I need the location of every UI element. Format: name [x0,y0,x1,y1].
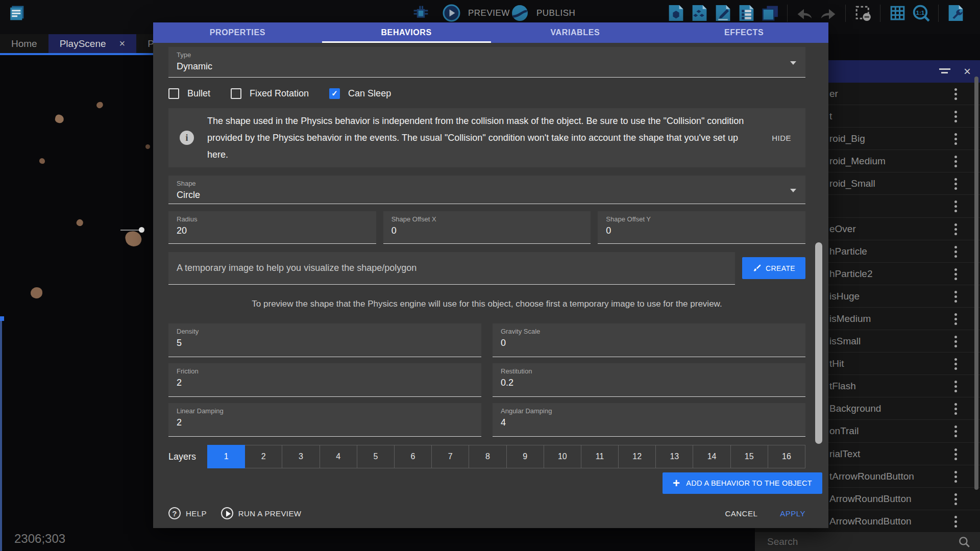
kebab-menu-icon[interactable] [954,156,958,169]
joint-handle[interactable] [139,227,144,233]
radius-field[interactable]: Radius 20 [168,211,376,244]
grid-icon[interactable] [888,4,907,22]
layer-cell-2[interactable]: 2 [245,445,282,468]
kebab-menu-icon[interactable] [954,111,958,124]
restitution-field[interactable]: Restitution 0.2 [493,363,805,397]
checkbox-checked-icon[interactable]: ✓ [329,88,340,99]
panel-scrollbar[interactable] [974,77,978,490]
redo-icon[interactable] [819,4,838,22]
layer-cell-1[interactable]: 1 [207,445,245,468]
kebab-menu-icon[interactable] [954,133,958,147]
layer-cell-16[interactable]: 16 [768,445,805,468]
asteroid-sprite[interactable] [54,114,64,124]
asteroid-sprite[interactable] [95,101,104,109]
fixed-rotation-checkbox[interactable]: Fixed Rotation [231,88,309,99]
hide-button[interactable]: HIDE [769,130,794,146]
checkbox-unchecked-icon[interactable] [231,88,241,99]
shape-select[interactable]: Shape Circle [168,176,805,204]
layer-cell-14[interactable]: 14 [693,445,730,468]
checkbox-unchecked-icon[interactable] [168,88,179,99]
kebab-menu-icon[interactable] [954,471,958,485]
gravity-scale-field[interactable]: Gravity Scale 0 [493,323,805,357]
run-preview-button[interactable]: RUN A PREVIEW [221,507,302,519]
cancel-button[interactable]: CANCEL [725,509,757,518]
density-field[interactable]: Density 5 [168,323,481,357]
kebab-menu-icon[interactable] [954,178,958,192]
asteroid-sprite[interactable] [39,158,45,164]
layer-cell-6[interactable]: 6 [395,445,432,468]
tab-behaviors[interactable]: BEHAVIORS [322,22,491,43]
selection-handle[interactable] [0,316,4,321]
kebab-menu-icon[interactable] [954,291,958,305]
tab-effects[interactable]: EFFECTS [659,22,828,43]
angular-damping-field[interactable]: Angular Damping 4 [493,403,805,437]
friction-field[interactable]: Friction 2 [168,363,481,397]
edit-scene-icon[interactable] [714,4,732,22]
kebab-menu-icon[interactable] [954,268,958,282]
edit-collision-mask-icon[interactable] [853,4,872,22]
layer-cell-9[interactable]: 9 [507,445,544,468]
add-behavior-label: ADD A BEHAVIOR TO THE OBJECT [686,479,812,487]
kebab-menu-icon[interactable] [954,425,958,439]
linear-damping-label: Linear Damping [177,407,473,415]
create-button[interactable]: CREATE [742,257,805,279]
shape-offset-y-field[interactable]: Shape Offset Y 0 [598,211,805,244]
asteroid-sprite[interactable] [76,218,85,228]
tab-variables[interactable]: VARIABLES [491,22,660,43]
scene-properties-icon[interactable] [946,4,965,22]
help-button[interactable]: ? HELP [168,507,207,519]
layer-cell-10[interactable]: 10 [544,445,581,468]
kebab-menu-icon[interactable] [954,493,958,507]
layer-cell-4[interactable]: 4 [320,445,357,468]
linear-damping-field[interactable]: Linear Damping 2 [168,403,481,437]
type-select[interactable]: Type Dynamic [168,47,805,78]
can-sleep-checkbox[interactable]: ✓ Can Sleep [329,88,391,99]
layers-icon[interactable] [761,4,779,22]
publish-button[interactable]: PUBLISH [510,4,575,22]
shape-offset-x-field[interactable]: Shape Offset X 0 [383,211,591,244]
debug-button[interactable] [411,4,430,22]
events-list-icon[interactable] [737,4,756,22]
layer-cell-3[interactable]: 3 [282,445,320,468]
kebab-menu-icon[interactable] [954,516,958,530]
close-panel-icon[interactable]: × [964,65,971,78]
layer-cell-15[interactable]: 15 [731,445,768,468]
apply-button[interactable]: APPLY [780,509,805,518]
layer-cell-12[interactable]: 12 [619,445,656,468]
layer-cell-13[interactable]: 13 [656,445,693,468]
search-input[interactable] [755,536,958,547]
preview-button[interactable]: PREVIEW [442,4,510,22]
temp-image-placeholder: A temporary image to help you visualize … [177,263,416,273]
kebab-menu-icon[interactable] [954,358,958,372]
add-object-icon[interactable] [667,4,685,22]
kebab-menu-icon[interactable] [954,246,958,260]
tab-home[interactable]: Home [0,34,48,53]
add-behavior-button[interactable]: + ADD A BEHAVIOR TO THE OBJECT [663,472,822,494]
kebab-menu-icon[interactable] [954,201,958,214]
bullet-checkbox[interactable]: Bullet [168,88,210,99]
asteroid-sprite[interactable] [145,144,150,149]
kebab-menu-icon[interactable] [954,223,958,237]
filter-icon[interactable] [939,68,950,75]
close-tab-icon[interactable]: × [119,38,126,49]
tab-properties[interactable]: PROPERTIES [153,22,322,43]
kebab-menu-icon[interactable] [954,88,958,102]
layer-cell-7[interactable]: 7 [432,445,469,468]
kebab-menu-icon[interactable] [954,448,958,462]
kebab-menu-icon[interactable] [954,381,958,394]
undo-icon[interactable] [795,4,814,22]
kebab-menu-icon[interactable] [954,313,958,327]
temp-image-field[interactable]: A temporary image to help you visualize … [168,252,735,285]
tab-playscene[interactable]: PlayScene × [48,34,137,53]
kebab-menu-icon[interactable] [954,403,958,417]
layer-cell-5[interactable]: 5 [357,445,395,468]
kebab-menu-icon[interactable] [954,336,958,349]
project-manager-button[interactable] [7,4,26,22]
zoom-1-1-icon[interactable]: 1:1 [912,4,930,22]
layer-cell-11[interactable]: 11 [581,445,619,468]
density-value: 5 [177,338,473,348]
asteroid-sprite[interactable] [30,287,43,299]
layer-cell-8[interactable]: 8 [469,445,506,468]
objects-groups-icon[interactable] [690,4,709,22]
dialog-scrollbar[interactable] [815,242,822,444]
